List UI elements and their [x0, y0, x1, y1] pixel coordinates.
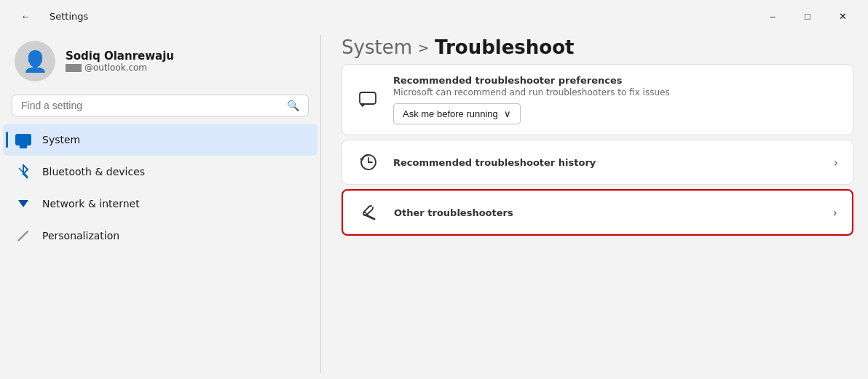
- breadcrumb-chevron-icon: >: [418, 40, 429, 55]
- card-subtitle-recommended-prefs: Microsoft can recommend and run troubles…: [393, 87, 838, 97]
- card-history[interactable]: Recommended troubleshooter history ›: [342, 140, 853, 185]
- dropdown-chevron-icon: ∨: [504, 108, 511, 119]
- search-box[interactable]: 🔍: [12, 95, 309, 116]
- nav-list: System Bluetooth & devices: [0, 124, 320, 379]
- sidebar-item-label-bluetooth: Bluetooth & devices: [42, 166, 145, 177]
- user-icon: 👤: [23, 49, 48, 73]
- sidebar-item-label-network: Network & internet: [42, 198, 140, 210]
- title-bar: ← Settings – □ ✕: [0, 0, 868, 29]
- card-title-recommended-prefs: Recommended troubleshooter preferences: [393, 75, 838, 86]
- sidebar: 👤 Sodiq Olanrewaju @outlook.com 🔍 System: [0, 29, 320, 379]
- back-button[interactable]: ←: [9, 5, 42, 27]
- user-name: Sodiq Olanrewaju: [66, 49, 174, 63]
- content-scroll[interactable]: Recommended troubleshooter preferences M…: [321, 64, 868, 379]
- system-icon: [15, 131, 32, 148]
- email-suffix: @outlook.com: [84, 63, 147, 73]
- sidebar-item-system[interactable]: System: [3, 124, 317, 156]
- chat-icon: [357, 88, 380, 111]
- other-troubleshooters-chevron-icon: ›: [833, 206, 837, 220]
- breadcrumb-current: Troubleshoot: [435, 36, 574, 58]
- sidebar-item-label-personalization: Personalization: [42, 230, 119, 242]
- history-icon: [357, 151, 380, 174]
- network-icon: [15, 195, 32, 212]
- maximize-button[interactable]: □: [791, 5, 824, 27]
- close-button[interactable]: ✕: [826, 5, 859, 27]
- wrench-icon: [358, 201, 381, 224]
- svg-line-1: [26, 231, 28, 233]
- app-title: Settings: [50, 11, 88, 22]
- card-row-history: Recommended troubleshooter history ›: [342, 140, 853, 184]
- card-title-other-troubleshooters: Other troubleshooters: [394, 207, 820, 218]
- card-body-recommended-prefs: Recommended troubleshooter preferences M…: [393, 75, 838, 124]
- dropdown-ask-before-running[interactable]: Ask me before running ∨: [393, 103, 521, 124]
- card-row-recommended-prefs: Recommended troubleshooter preferences M…: [342, 65, 853, 135]
- svg-rect-3: [360, 92, 376, 104]
- card-row-other-troubleshooters: Other troubleshooters ›: [343, 191, 852, 234]
- svg-line-2: [18, 239, 20, 241]
- content-area: System > Troubleshoot Recommended troubl…: [321, 29, 868, 379]
- history-chevron-icon: ›: [834, 156, 838, 169]
- card-body-other-troubleshooters: Other troubleshooters: [394, 207, 820, 218]
- email-censor: [66, 64, 82, 72]
- sidebar-item-label-system: System: [42, 134, 80, 145]
- user-section: 👤 Sodiq Olanrewaju @outlook.com: [0, 29, 320, 92]
- breadcrumb-parent: System: [342, 36, 412, 58]
- minimize-button[interactable]: –: [756, 5, 789, 27]
- search-icon: 🔍: [287, 100, 299, 111]
- bluetooth-icon: [15, 163, 32, 180]
- card-other-troubleshooters[interactable]: Other troubleshooters ›: [342, 189, 853, 236]
- sidebar-item-bluetooth[interactable]: Bluetooth & devices: [3, 156, 317, 188]
- app-body: 👤 Sodiq Olanrewaju @outlook.com 🔍 System: [0, 29, 868, 379]
- dropdown-label: Ask me before running: [403, 108, 498, 119]
- user-email: @outlook.com: [66, 63, 174, 73]
- card-title-history: Recommended troubleshooter history: [393, 157, 821, 168]
- search-input[interactable]: [21, 100, 281, 111]
- window-controls: – □ ✕: [756, 5, 859, 27]
- sidebar-item-personalization[interactable]: Personalization: [3, 220, 317, 252]
- user-info: Sodiq Olanrewaju @outlook.com: [66, 49, 174, 73]
- sidebar-item-network[interactable]: Network & internet: [3, 188, 317, 220]
- breadcrumb: System > Troubleshoot: [321, 29, 868, 64]
- avatar: 👤: [15, 41, 55, 81]
- title-bar-left: ← Settings: [9, 5, 88, 27]
- personalization-icon: [15, 227, 32, 244]
- card-recommended-prefs: Recommended troubleshooter preferences M…: [342, 64, 853, 135]
- card-body-history: Recommended troubleshooter history: [393, 157, 821, 168]
- svg-line-6: [366, 215, 374, 219]
